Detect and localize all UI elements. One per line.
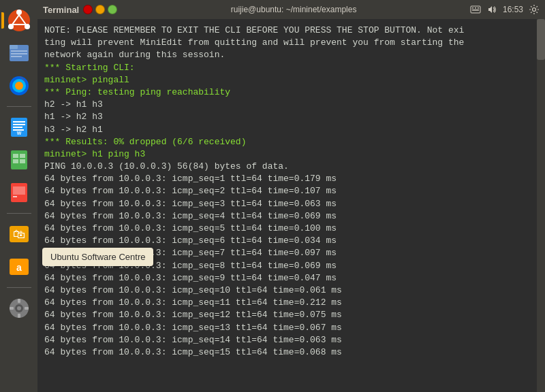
terminal-line: 64 bytes from 10.0.0.3: icmp_seq=5 ttl=6… xyxy=(44,223,540,235)
libreoffice-calc-icon[interactable] xyxy=(4,145,34,175)
terminal-line: 64 bytes from 10.0.0.3: icmp_seq=12 ttl=… xyxy=(44,309,540,321)
terminal-line: h3 -> h2 h1 xyxy=(44,124,540,136)
svg-rect-13 xyxy=(13,121,25,122)
svg-rect-20 xyxy=(20,154,25,158)
svg-rect-22 xyxy=(20,159,25,163)
svg-rect-5 xyxy=(10,45,18,49)
settings-icon[interactable] xyxy=(4,293,34,323)
svg-rect-15 xyxy=(13,127,22,128)
libreoffice-writer-icon[interactable]: W xyxy=(4,112,34,142)
app-title: Terminal xyxy=(43,5,79,15)
separator-3 xyxy=(7,287,31,288)
svg-rect-25 xyxy=(13,196,17,197)
terminal-line: 64 bytes from 10.0.0.3: icmp_seq=14 ttl=… xyxy=(44,334,540,346)
firefox-icon[interactable] xyxy=(4,71,34,101)
svg-rect-7 xyxy=(11,53,27,54)
svg-rect-24 xyxy=(13,186,25,195)
close-button[interactable] xyxy=(83,5,93,14)
svg-rect-41 xyxy=(472,10,479,11)
gear-icon[interactable] xyxy=(529,4,540,15)
terminal-line: PING 10.0.0.3 (10.0.0.3) 56(84) bytes of… xyxy=(44,161,540,173)
separator-2 xyxy=(7,213,31,214)
terminal-line: ting will prevent MiniEdit from quitting… xyxy=(44,37,540,49)
terminal-line: 64 bytes from 10.0.0.3: icmp_seq=1 ttl=6… xyxy=(44,173,540,185)
amazon-icon[interactable]: a xyxy=(4,252,34,282)
svg-rect-35 xyxy=(10,307,14,310)
terminal-line: *** Ping: testing ping reachability xyxy=(44,86,540,99)
svg-point-42 xyxy=(533,8,536,12)
terminal-line: h2 -> h1 h3 xyxy=(44,99,540,111)
maximize-button[interactable] xyxy=(108,5,117,14)
terminal-line: 64 bytes from 10.0.0.3: icmp_seq=10 ttl=… xyxy=(44,284,540,297)
terminal-line: *** Results: 0% dropped (6/6 received) xyxy=(44,136,540,148)
svg-rect-21 xyxy=(13,159,18,163)
software-centre-tooltip: Ubuntu Software Centre xyxy=(42,248,153,266)
volume-icon xyxy=(486,4,497,15)
software-centre-icon[interactable]: 🛍 xyxy=(4,219,34,249)
title-bar-right: 16:53 xyxy=(470,4,540,15)
terminal-line: 64 bytes from 10.0.0.3: icmp_seq=2 ttl=6… xyxy=(44,185,540,197)
terminal-line: 64 bytes from 10.0.0.3: icmp_seq=9 ttl=6… xyxy=(44,272,540,284)
terminal-line: 64 bytes from 10.0.0.3: icmp_seq=15 ttl=… xyxy=(44,346,540,359)
svg-text:W: W xyxy=(16,131,21,135)
files-icon[interactable] xyxy=(4,38,34,68)
svg-rect-36 xyxy=(25,307,29,310)
terminal-line: 64 bytes from 10.0.0.3: icmp_seq=11 ttl=… xyxy=(44,297,540,309)
window-controls xyxy=(83,5,117,14)
svg-rect-38 xyxy=(472,7,473,9)
terminal-line: 64 bytes from 10.0.0.3: icmp_seq=13 ttl=… xyxy=(44,322,540,334)
title-bar-left: Terminal xyxy=(43,5,117,15)
terminal-output[interactable]: NOTE: PLEASE REMEMBER TO EXIT THE CLI BE… xyxy=(37,19,545,392)
svg-rect-8 xyxy=(11,56,22,57)
scrollbar-thumb[interactable] xyxy=(537,19,545,60)
keyboard-icon xyxy=(470,4,481,15)
svg-text:🛍: 🛍 xyxy=(13,227,25,241)
libreoffice-impress-icon[interactable] xyxy=(4,178,34,208)
terminal-line: mininet> h1 ping h3 xyxy=(44,148,540,161)
svg-rect-40 xyxy=(478,7,479,9)
terminal-line: *** Starting CLI: xyxy=(44,62,540,74)
terminal-line: 64 bytes from 10.0.0.3: icmp_seq=4 ttl=6… xyxy=(44,210,540,223)
terminal-line: NOTE: PLEASE REMEMBER TO EXIT THE CLI BE… xyxy=(44,24,540,37)
terminal-line: 64 bytes from 10.0.0.3: icmp_seq=6 ttl=6… xyxy=(44,235,540,247)
minimize-button[interactable] xyxy=(95,5,105,14)
svg-rect-19 xyxy=(13,154,18,158)
terminal-line: mininet> pingall xyxy=(44,74,540,86)
svg-rect-39 xyxy=(475,7,476,9)
separator-1 xyxy=(7,106,31,107)
ubuntu-icon[interactable] xyxy=(4,5,34,35)
svg-rect-14 xyxy=(13,124,25,125)
terminal-line: network again during this sessoin. xyxy=(44,49,540,61)
terminal-line: h1 -> h2 h3 xyxy=(44,111,540,123)
taskbar: W 🛍 a xyxy=(0,0,37,392)
svg-rect-34 xyxy=(18,314,20,318)
clock: 16:53 xyxy=(503,5,523,14)
svg-rect-6 xyxy=(11,50,27,52)
svg-point-32 xyxy=(17,306,21,310)
title-bar: Terminal ruijie@ubuntu: ~/mininet/exampl… xyxy=(37,0,545,19)
terminal-line: 64 bytes from 10.0.0.3: icmp_seq=3 ttl=6… xyxy=(44,198,540,210)
svg-text:a: a xyxy=(16,262,22,273)
scrollbar[interactable] xyxy=(537,19,545,392)
svg-rect-33 xyxy=(18,299,20,303)
svg-point-11 xyxy=(15,82,23,90)
window-tab-title: ruijie@ubuntu: ~/mininet/examples xyxy=(231,5,357,14)
